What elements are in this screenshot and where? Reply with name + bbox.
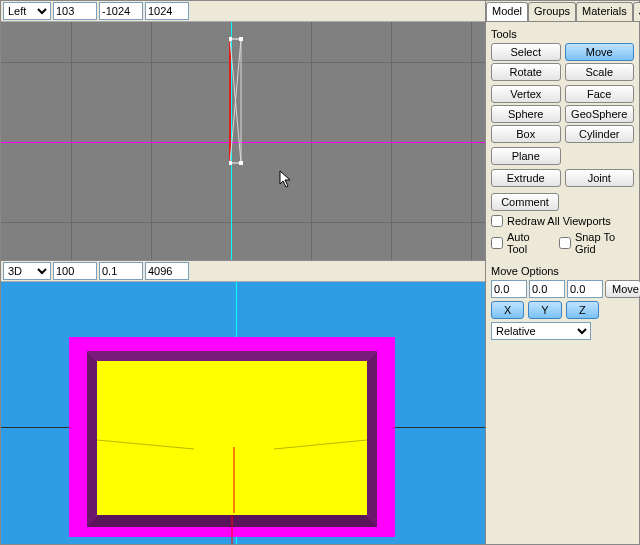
viewport-3d-mode-select[interactable]: 3D <box>3 262 51 280</box>
viewport-left-val-2[interactable] <box>145 2 189 20</box>
axis-z-button[interactable]: Z <box>566 301 599 319</box>
redraw-checkbox[interactable] <box>491 215 503 227</box>
viewport-left-val-0[interactable] <box>53 2 97 20</box>
cursor-icon <box>279 170 293 188</box>
face-button[interactable]: Face <box>565 85 635 103</box>
plane-button[interactable]: Plane <box>491 147 561 165</box>
relative-select[interactable]: Relative <box>491 322 591 340</box>
vertex-button[interactable]: Vertex <box>491 85 561 103</box>
tab-model[interactable]: Model <box>486 2 528 21</box>
viewport-left: Left <box>1 1 485 261</box>
select-button[interactable]: Select <box>491 43 561 61</box>
axis-x-button[interactable]: X <box>491 301 524 319</box>
properties-panel: Model Groups Materials Joints Tools Sele… <box>485 1 639 544</box>
tab-joints[interactable]: Joints <box>633 2 640 21</box>
geosphere-button[interactable]: GeoSphere <box>565 105 635 123</box>
svg-rect-9 <box>239 161 243 165</box>
viewport-left-val-1[interactable] <box>99 2 143 20</box>
snap-label: Snap To Grid <box>575 231 634 255</box>
move-button[interactable]: Move <box>565 43 635 61</box>
viewport-3d-val-1[interactable] <box>99 262 143 280</box>
axis-x <box>1 142 485 143</box>
move-y-input[interactable] <box>529 280 565 298</box>
move-z-input[interactable] <box>567 280 603 298</box>
cylinder-button[interactable]: Cylinder <box>565 125 635 143</box>
snap-checkbox[interactable] <box>559 237 571 249</box>
move-x-input[interactable] <box>491 280 527 298</box>
extrude-button[interactable]: Extrude <box>491 169 561 187</box>
viewport-3d-header: 3D <box>1 261 485 282</box>
tab-groups[interactable]: Groups <box>528 2 576 21</box>
viewport-3d-val-2[interactable] <box>145 262 189 280</box>
autotool-checkbox[interactable] <box>491 237 503 249</box>
svg-rect-6 <box>229 37 232 41</box>
viewport-left-header: Left <box>1 1 485 22</box>
selected-geometry[interactable] <box>229 37 239 162</box>
viewport-left-mode-select[interactable]: Left <box>3 2 51 20</box>
svg-rect-15 <box>97 361 367 515</box>
comment-button[interactable]: Comment <box>491 193 559 211</box>
tools-label: Tools <box>491 28 634 40</box>
sphere-button[interactable]: Sphere <box>491 105 561 123</box>
box-geometry-3d[interactable] <box>69 337 395 537</box>
viewport-3d: 3D <box>1 261 485 544</box>
svg-rect-8 <box>229 161 232 165</box>
autotool-label: Auto Tool <box>507 231 549 255</box>
rotate-button[interactable]: Rotate <box>491 63 561 81</box>
apply-move-button[interactable]: Move <box>605 280 640 298</box>
panel-tabs: Model Groups Materials Joints <box>486 1 639 22</box>
svg-marker-11 <box>87 351 377 361</box>
viewport-left-canvas[interactable] <box>1 22 485 260</box>
svg-marker-13 <box>367 351 377 527</box>
box-button[interactable]: Box <box>491 125 561 143</box>
svg-marker-12 <box>87 351 97 527</box>
move-options-label: Move Options <box>491 265 634 277</box>
joint-button[interactable]: Joint <box>565 169 635 187</box>
viewport-3d-val-0[interactable] <box>53 262 97 280</box>
axis-y-button[interactable]: Y <box>528 301 561 319</box>
viewport-3d-canvas[interactable] <box>1 282 485 544</box>
tab-materials[interactable]: Materials <box>576 2 633 21</box>
redraw-label: Redraw All Viewports <box>507 215 611 227</box>
svg-rect-7 <box>239 37 243 41</box>
scale-button[interactable]: Scale <box>565 63 635 81</box>
